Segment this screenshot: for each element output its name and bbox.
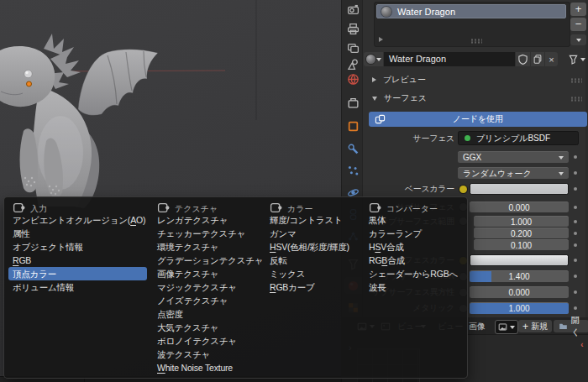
value-text: 0.100 bbox=[511, 241, 532, 250]
menu-image[interactable]: 画像 bbox=[469, 320, 486, 332]
scene-icon bbox=[347, 58, 360, 71]
surface-shader-menu[interactable]: プリンシプルBSDF bbox=[458, 131, 579, 145]
value-slider[interactable]: 0.200 bbox=[474, 228, 569, 238]
use-nodes-button[interactable]: ノードを使用 bbox=[369, 112, 587, 127]
menu-item[interactable]: ミックス bbox=[265, 267, 365, 280]
decorator-dot[interactable] bbox=[574, 171, 577, 175]
browse-material-button[interactable] bbox=[364, 52, 383, 66]
shader-socket-icon bbox=[465, 135, 470, 141]
menu-item[interactable]: ボロノイテクスチャ bbox=[153, 334, 266, 348]
shader-name: プリンシプルBSDF bbox=[476, 133, 550, 144]
view-layer-icon bbox=[347, 42, 360, 55]
sidebar-toggle-arrow-icon[interactable]: ‹ bbox=[580, 339, 584, 349]
tab-render[interactable] bbox=[344, 1, 361, 18]
node-socket-dot[interactable] bbox=[459, 186, 467, 193]
origin-dot bbox=[27, 81, 32, 86]
decorator-dot[interactable] bbox=[574, 306, 577, 310]
dropdown-ggx[interactable]: GGX bbox=[458, 151, 569, 163]
panel-header-surface[interactable]: サーフェス bbox=[342, 91, 588, 106]
menu-item[interactable]: HSV合成 bbox=[365, 240, 463, 254]
open-image-button[interactable]: 開く bbox=[554, 320, 588, 332]
tab-view-layer[interactable] bbox=[344, 39, 361, 56]
decorator-dot[interactable] bbox=[574, 243, 577, 247]
menu-item[interactable]: ボリューム情報 bbox=[8, 280, 147, 294]
value-slider[interactable]: 0.000 bbox=[470, 286, 569, 298]
decorator-dot[interactable] bbox=[574, 290, 577, 294]
fake-user-button[interactable] bbox=[516, 52, 530, 66]
menu-item[interactable]: 画像テクスチャ bbox=[153, 267, 266, 280]
material-slot-list[interactable]: Water Dragon bbox=[374, 2, 570, 47]
value-slider[interactable]: 1.000 bbox=[474, 216, 569, 227]
browse-image-button[interactable] bbox=[495, 320, 518, 334]
slot-specials-menu-button[interactable] bbox=[570, 34, 586, 45]
new-image-button[interactable]: + 新規 bbox=[518, 320, 552, 332]
menu-item[interactable]: RGB合成 bbox=[365, 254, 463, 267]
menu-item[interactable]: ガンマ bbox=[265, 227, 365, 240]
list-resize-grip[interactable] bbox=[470, 39, 482, 44]
menu-item[interactable]: 属性 bbox=[8, 227, 147, 240]
menu-item[interactable]: RGB bbox=[8, 254, 147, 267]
tab-scene[interactable] bbox=[344, 55, 361, 72]
folder-icon bbox=[558, 322, 569, 331]
menu-item[interactable]: 波テクスチャ bbox=[153, 348, 266, 361]
new-material-copy-button[interactable] bbox=[531, 52, 544, 66]
copy-icon bbox=[533, 54, 543, 65]
node-icon bbox=[375, 114, 386, 127]
panel-drag-grip[interactable] bbox=[570, 97, 582, 102]
menu-item[interactable]: アンビエントオクルージョン(AO) bbox=[8, 213, 147, 227]
list-filter-toggle-icon[interactable] bbox=[379, 37, 383, 42]
menu-item[interactable]: HSV(色相/彩度/輝度) bbox=[265, 240, 365, 254]
menu-item[interactable]: 点密度 bbox=[153, 307, 266, 321]
menu-item[interactable]: カラーランプ bbox=[365, 227, 463, 240]
decorator-dot[interactable] bbox=[574, 220, 577, 223]
menu-item[interactable]: レンガテクスチャ bbox=[153, 213, 266, 227]
menu-item[interactable]: ノイズテクスチャ bbox=[153, 294, 266, 307]
color-swatch[interactable] bbox=[470, 254, 569, 266]
filter-dropdown-button[interactable] bbox=[565, 52, 587, 66]
tab-particles[interactable] bbox=[344, 162, 361, 179]
decorator-dot[interactable] bbox=[574, 155, 577, 159]
material-slot-row[interactable]: Water Dragon bbox=[376, 4, 566, 18]
property-label: ベースカラー bbox=[342, 183, 454, 195]
menu-item[interactable]: 頂点カラー bbox=[8, 267, 147, 280]
dropdown-value: GGX bbox=[463, 152, 481, 163]
add-material-slot-button[interactable]: + bbox=[570, 3, 586, 16]
menu-item[interactable]: RGBカーブ bbox=[265, 280, 365, 294]
menu-item[interactable]: 輝度/コントラスト bbox=[265, 213, 365, 227]
menu-item[interactable]: 大気テクスチャ bbox=[153, 321, 266, 334]
menu-item[interactable]: マジックテクスチャ bbox=[153, 280, 266, 294]
value-text: 1.000 bbox=[511, 217, 532, 227]
panel-header-preview[interactable]: プレビュー bbox=[342, 72, 588, 87]
menu-item[interactable]: 黒体 bbox=[365, 213, 463, 227]
unlink-material-button[interactable]: × bbox=[545, 52, 558, 66]
material-name-field[interactable]: Water Dragon bbox=[384, 52, 515, 66]
value-text: 1.000 bbox=[508, 304, 529, 313]
decorator-dot[interactable] bbox=[574, 232, 577, 235]
decorator-dot[interactable] bbox=[574, 275, 577, 278]
decorator-dot[interactable] bbox=[574, 206, 577, 209]
menu-item[interactable]: グラデーションテクスチャ bbox=[153, 254, 266, 267]
value-slider[interactable]: 1.400 bbox=[470, 270, 569, 282]
dropdown-ランダムウォーク[interactable]: ランダムウォーク bbox=[458, 167, 569, 179]
chevron-down-icon bbox=[580, 58, 585, 61]
menu-item[interactable]: 反転 bbox=[265, 254, 365, 267]
image-icon bbox=[498, 322, 507, 332]
color-swatch[interactable] bbox=[470, 183, 569, 195]
menu-item[interactable]: チェッカーテクスチャ bbox=[153, 227, 266, 240]
decorator-dot[interactable] bbox=[574, 259, 577, 262]
value-slider[interactable]: 1.000 bbox=[470, 302, 569, 314]
value-text: 1.400 bbox=[508, 272, 529, 281]
panel-drag-grip[interactable] bbox=[570, 78, 582, 83]
remove-material-slot-button[interactable]: − bbox=[570, 18, 586, 31]
decorator-dot[interactable] bbox=[574, 187, 577, 191]
material-sphere-icon bbox=[366, 55, 375, 64]
menu-item[interactable]: オブジェクト情報 bbox=[8, 240, 147, 254]
value-slider[interactable]: 0.000 bbox=[470, 201, 569, 212]
menu-item[interactable]: 波長 bbox=[365, 280, 463, 294]
menu-item[interactable]: White Noise Texture bbox=[153, 361, 266, 374]
use-nodes-label: ノードを使用 bbox=[453, 113, 504, 125]
value-slider[interactable]: 0.100 bbox=[474, 239, 569, 250]
menu-item[interactable]: 環境テクスチャ bbox=[153, 240, 266, 254]
tab-output[interactable] bbox=[344, 20, 361, 37]
menu-item[interactable]: シェーダーからRGBへ bbox=[365, 267, 463, 280]
